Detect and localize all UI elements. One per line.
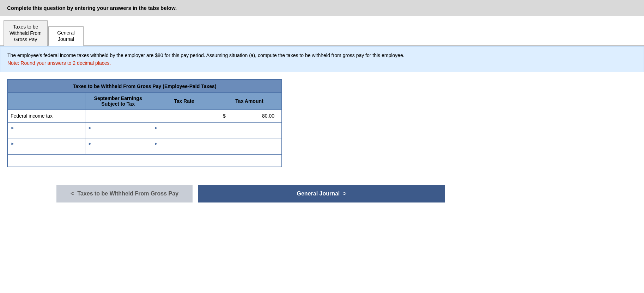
row2-label[interactable]: ► [7, 122, 85, 138]
tax-table: Taxes to be Withheld From Gross Pay (Emp… [7, 79, 282, 167]
next-arrow-icon: > [343, 191, 346, 197]
table-title: Taxes to be Withheld From Gross Pay (Emp… [7, 80, 282, 92]
total-label-cell [7, 154, 217, 167]
table-row: ► ► ► [7, 138, 282, 154]
row3-label[interactable]: ► [7, 138, 85, 154]
row3-rate-arrow: ► [154, 141, 158, 146]
tab-general-journal[interactable]: GeneralJournal [48, 26, 84, 46]
row1-amount-cell: $ 80.00 [217, 110, 282, 122]
row3-amount-input[interactable] [220, 143, 274, 149]
row3-rate-input[interactable] [154, 146, 214, 152]
prev-button-label: Taxes to be Withheld From Gross Pay [77, 191, 178, 197]
prev-button[interactable]: < Taxes to be Withheld From Gross Pay [56, 185, 193, 202]
row2-arrow: ► [11, 125, 15, 130]
row1-rate-cell[interactable] [151, 110, 217, 122]
row2-rate-arrow: ► [154, 125, 158, 130]
row2-earnings-arrow: ► [88, 125, 92, 130]
row2-earnings-cell[interactable]: ► [85, 122, 151, 138]
row2-rate-cell[interactable]: ► [151, 122, 217, 138]
total-row [7, 154, 282, 167]
col-header-amount: Tax Amount [217, 92, 282, 110]
row3-earnings-cell[interactable]: ► [85, 138, 151, 154]
table-row: ► ► ► [7, 122, 282, 138]
top-banner: Complete this question by entering your … [0, 0, 644, 16]
table-row: Federal income tax $ 80.00 [7, 110, 282, 122]
total-amount-input[interactable] [220, 158, 274, 163]
banner-text: Complete this question by entering your … [7, 5, 637, 11]
row3-earnings-input[interactable] [88, 146, 148, 152]
instructions-note: Note: Round your answers to 2 decimal pl… [7, 59, 637, 67]
row2-amount-input[interactable] [220, 127, 274, 133]
instructions-box: The employee's federal income taxes with… [0, 46, 644, 73]
row2-amount-cell[interactable] [217, 122, 282, 138]
bottom-nav: < Taxes to be Withheld From Gross Pay Ge… [0, 178, 644, 210]
col-header-description [7, 92, 85, 110]
row1-earnings-input[interactable] [88, 113, 148, 119]
row1-dollar-sign: $ [220, 113, 226, 119]
row2-label-input[interactable] [11, 130, 82, 136]
col-header-rate: Tax Rate [151, 92, 217, 110]
tab-taxes-withheld[interactable]: Taxes to beWithheld FromGross Pay [4, 20, 48, 46]
next-button[interactable]: General Journal > [198, 185, 445, 202]
table-section: Taxes to be Withheld From Gross Pay (Emp… [0, 72, 644, 174]
prev-arrow-icon: < [71, 191, 74, 197]
total-amount-cell[interactable] [217, 154, 282, 167]
row2-rate-input[interactable] [154, 130, 214, 136]
next-button-label: General Journal [297, 191, 340, 197]
row3-earnings-arrow: ► [88, 141, 92, 146]
tabs-row: Taxes to beWithheld FromGross Pay Genera… [0, 16, 644, 46]
row3-arrow: ► [11, 141, 15, 146]
row2-earnings-input[interactable] [88, 130, 148, 136]
row1-label: Federal income tax [7, 110, 85, 122]
row3-rate-cell[interactable]: ► [151, 138, 217, 154]
instructions-main: The employee's federal income taxes with… [7, 51, 637, 59]
row1-rate-input[interactable] [154, 113, 214, 119]
row1-earnings-cell[interactable] [85, 110, 151, 122]
row3-label-input[interactable] [11, 146, 82, 152]
col-header-earnings: September EarningsSubject to Tax [85, 92, 151, 110]
row3-amount-cell[interactable] [217, 138, 282, 154]
